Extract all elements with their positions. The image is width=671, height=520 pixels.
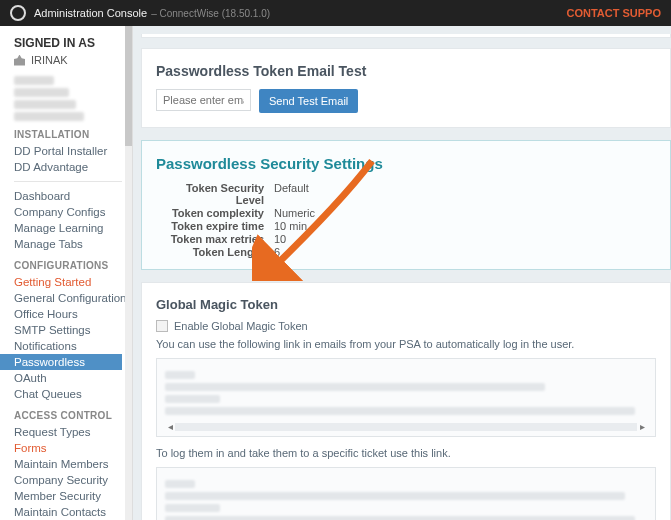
sidebar-item-manage-learning[interactable]: Manage Learning <box>14 220 132 236</box>
kv-key: Token complexity <box>156 207 264 219</box>
email-input[interactable] <box>156 89 251 111</box>
kv-val: 6 <box>274 246 280 258</box>
kv-val: 10 min <box>274 220 307 232</box>
app-title: Administration Console <box>34 7 147 19</box>
email-test-title: Passwordless Token Email Test <box>156 63 656 79</box>
current-user[interactable]: IRINAK <box>14 54 132 66</box>
signed-in-as-label: SIGNED IN AS <box>14 36 132 50</box>
code-snippet-1[interactable]: ◂ ▸ <box>156 358 656 437</box>
sidebar-item-dashboard[interactable]: Dashboard <box>14 188 132 204</box>
section-access-control: ACCESS CONTROL <box>14 410 132 421</box>
app-subtitle: – ConnectWise (18.50.1.0) <box>151 8 270 19</box>
user-icon <box>14 55 25 66</box>
enable-global-magic-token-label: Enable Global Magic Token <box>174 320 308 332</box>
sidebar-item-member-security[interactable]: Member Security <box>14 488 132 504</box>
kv-val: Default <box>274 182 309 206</box>
sidebar-item-request-types[interactable]: Request Types <box>14 424 132 440</box>
magic-token-desc-2: To log them in and take them to a specif… <box>156 447 656 459</box>
sidebar-item-office-hours[interactable]: Office Hours <box>14 306 132 322</box>
main-content: Passwordless Token Email Test Send Test … <box>133 26 671 520</box>
security-settings-title: Passwordless Security Settings <box>156 155 656 172</box>
topbar: Administration Console – ConnectWise (18… <box>0 0 671 26</box>
magic-token-title: Global Magic Token <box>156 297 656 312</box>
section-installation: INSTALLATION <box>14 129 132 140</box>
panel-stub <box>141 34 671 38</box>
sidebar-item-dd-advantage[interactable]: DD Advantage <box>14 159 132 175</box>
security-settings-panel: Passwordless Security Settings Token Sec… <box>141 140 671 270</box>
magic-token-panel: Global Magic Token Enable Global Magic T… <box>141 282 671 520</box>
kv-val: 10 <box>274 233 286 245</box>
magic-token-desc-1: You can use the following link in emails… <box>156 338 656 350</box>
contact-support-link[interactable]: CONTACT SUPPO <box>566 7 661 19</box>
sidebar-item-company-configs[interactable]: Company Configs <box>14 204 132 220</box>
blurred-section <box>14 76 132 121</box>
sidebar-item-maintain-contacts[interactable]: Maintain Contacts <box>14 504 132 520</box>
sidebar: SIGNED IN AS IRINAK INSTALLATION DD Port… <box>0 26 133 520</box>
divider <box>14 181 122 182</box>
sidebar-item-passwordless[interactable]: Passwordless <box>0 354 122 370</box>
code-snippet-2[interactable]: ◂ ▸ <box>156 467 656 520</box>
section-configurations: CONFIGURATIONS <box>14 260 132 271</box>
enable-global-magic-token-checkbox[interactable] <box>156 320 168 332</box>
sidebar-item-forms[interactable]: Forms <box>14 440 132 456</box>
code-scrollbar[interactable] <box>175 423 637 431</box>
app-logo-icon <box>10 5 26 21</box>
kv-key: Token Length <box>156 246 264 258</box>
kv-key: Token max retries <box>156 233 264 245</box>
sidebar-item-oauth[interactable]: OAuth <box>14 370 132 386</box>
sidebar-item-company-security[interactable]: Company Security <box>14 472 132 488</box>
scroll-left-icon[interactable]: ◂ <box>165 421 175 432</box>
sidebar-item-chat-queues[interactable]: Chat Queues <box>14 386 132 402</box>
send-test-email-button[interactable]: Send Test Email <box>259 89 358 113</box>
sidebar-scrollbar[interactable] <box>125 26 132 520</box>
sidebar-item-general-configuration[interactable]: General Configuration <box>14 290 132 306</box>
sidebar-item-manage-tabs[interactable]: Manage Tabs <box>14 236 132 252</box>
kv-val: Numeric <box>274 207 315 219</box>
email-test-panel: Passwordless Token Email Test Send Test … <box>141 48 671 128</box>
sidebar-item-smtp-settings[interactable]: SMTP Settings <box>14 322 132 338</box>
sidebar-item-notifications[interactable]: Notifications <box>14 338 132 354</box>
sidebar-item-maintain-members[interactable]: Maintain Members <box>14 456 132 472</box>
kv-key: Token expire time <box>156 220 264 232</box>
sidebar-item-dd-portal-installer[interactable]: DD Portal Installer <box>14 143 132 159</box>
sidebar-item-getting-started[interactable]: Getting Started <box>14 274 132 290</box>
username: IRINAK <box>31 54 68 66</box>
scroll-right-icon[interactable]: ▸ <box>637 421 647 432</box>
kv-key: Token Security Level <box>156 182 264 206</box>
